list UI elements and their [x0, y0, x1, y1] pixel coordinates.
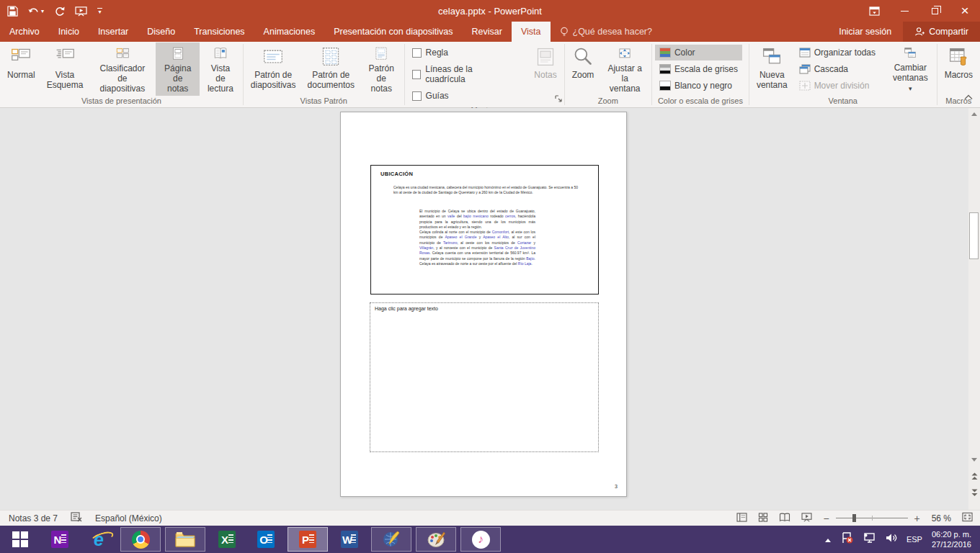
- fit-to-window-button[interactable]: Ajustar a la ventana: [600, 42, 650, 96]
- previous-slide-icon[interactable]: [968, 470, 980, 482]
- new-window-button[interactable]: Nueva ventana: [751, 42, 793, 96]
- globe-feather-app-taskbar-button[interactable]: [371, 527, 411, 552]
- redo-icon[interactable]: [54, 6, 65, 17]
- tab-revisar[interactable]: Revisar: [463, 22, 512, 42]
- scroll-up-icon[interactable]: [968, 108, 980, 120]
- tray-expand-icon[interactable]: [824, 533, 832, 546]
- gridlines-checkbox[interactable]: Líneas de la cuadrícula: [412, 64, 513, 84]
- chrome-icon: [132, 531, 150, 549]
- color-button[interactable]: Color: [655, 45, 742, 60]
- minimize-button[interactable]: [889, 0, 919, 22]
- start-slideshow-icon[interactable]: [75, 6, 87, 17]
- tab-presentacion[interactable]: Presentación con diapositivas: [324, 22, 462, 42]
- tab-transiciones[interactable]: Transiciones: [184, 22, 254, 42]
- fit-to-window-icon: [615, 47, 635, 60]
- notes-button: Notas: [528, 42, 562, 96]
- black-white-button[interactable]: Blanco y negro: [655, 78, 742, 94]
- reading-view-icon[interactable]: [779, 513, 790, 524]
- notes-placeholder[interactable]: Haga clic para agregar texto: [370, 302, 599, 452]
- zoom-in-icon[interactable]: +: [914, 513, 921, 524]
- undo-dropdown-icon[interactable]: ▾: [41, 8, 44, 14]
- group-master-views: Patrón de diapositivas Patrón de documen…: [244, 42, 404, 107]
- ribbon: Normal Vista Esquema Clasificador de dia…: [0, 42, 980, 108]
- slide-counter[interactable]: Notas 3 de 7: [9, 513, 58, 523]
- language-indicator[interactable]: Español (México): [95, 513, 162, 523]
- title-bar: ▾ ▾ celaya.pptx - PowerPoint ×: [0, 0, 980, 22]
- slideshow-view-icon[interactable]: [801, 513, 812, 524]
- ribbon-display-options-icon[interactable]: [859, 0, 889, 22]
- paint-taskbar-button[interactable]: [416, 527, 456, 552]
- tab-archivo[interactable]: Archivo: [0, 22, 49, 42]
- slide-sorter-button[interactable]: Clasificador de diapositivas: [89, 42, 156, 96]
- excel-taskbar-button[interactable]: X: [209, 526, 245, 553]
- zoom-slider-track[interactable]: [836, 518, 908, 518]
- scrollbar-thumb[interactable]: [969, 212, 979, 259]
- scroll-down-icon[interactable]: [968, 454, 980, 466]
- cascade-button[interactable]: Cascada: [795, 61, 880, 77]
- word-taskbar-button[interactable]: W: [331, 526, 368, 553]
- keyboard-language[interactable]: ESP: [906, 535, 922, 544]
- reading-view-button[interactable]: Vista de lectura: [200, 42, 241, 96]
- chrome-taskbar-button[interactable]: [120, 527, 161, 552]
- paint-icon: [427, 531, 446, 549]
- zoom-percentage[interactable]: 56 %: [932, 513, 951, 523]
- slide-thumbnail[interactable]: UBICACIÓN Celaya es una ciudad mexicana,…: [370, 165, 599, 295]
- vertical-scrollbar[interactable]: [968, 108, 980, 510]
- network-icon[interactable]: [863, 533, 876, 547]
- ruler-checkbox[interactable]: Regla: [412, 48, 513, 58]
- outlook-taskbar-button[interactable]: O: [248, 526, 284, 553]
- sign-in-button[interactable]: Iniciar sesión: [827, 27, 903, 37]
- notes-master-button[interactable]: Patrón de notas: [360, 42, 403, 96]
- arrange-all-button[interactable]: Organizar todas: [795, 45, 880, 60]
- clock[interactable]: 06:20 p. m. 27/12/2016: [932, 529, 971, 549]
- zoom-button[interactable]: Zoom: [566, 42, 600, 96]
- outline-view-button[interactable]: Vista Esquema: [41, 42, 89, 96]
- group-label: Color o escala de grises: [654, 96, 747, 107]
- slide-master-button[interactable]: Patrón de diapositivas: [245, 42, 302, 96]
- tab-diseno[interactable]: Diseño: [138, 22, 184, 42]
- next-slide-icon[interactable]: [968, 487, 980, 499]
- save-icon[interactable]: [7, 6, 18, 17]
- onenote-taskbar-button[interactable]: N: [42, 526, 78, 553]
- show-dialog-launcher-icon[interactable]: [555, 92, 562, 105]
- tell-me-box[interactable]: ¿Qué desea hacer?: [551, 22, 662, 42]
- fit-slide-to-window-icon[interactable]: [962, 512, 973, 524]
- slide-title: UBICACIÓN: [380, 171, 413, 177]
- collapse-ribbon-icon[interactable]: [964, 90, 973, 103]
- undo-icon[interactable]: ▾: [28, 6, 44, 16]
- grayscale-button[interactable]: Escala de grises: [655, 61, 742, 77]
- spellcheck-icon[interactable]: [71, 512, 82, 524]
- zoom-slider-thumb[interactable]: [852, 514, 856, 522]
- internet-explorer-taskbar-button[interactable]: e: [81, 526, 117, 553]
- share-button[interactable]: Compartir: [903, 22, 980, 42]
- powerpoint-taskbar-button[interactable]: P: [288, 527, 328, 552]
- outline-view-icon: [55, 47, 75, 67]
- tab-animaciones[interactable]: Animaciones: [254, 22, 325, 42]
- zoom-out-icon[interactable]: −: [823, 513, 830, 524]
- handout-master-button[interactable]: Patrón de documentos: [302, 42, 360, 96]
- tab-inicio[interactable]: Inicio: [49, 22, 89, 42]
- itunes-taskbar-button[interactable]: ♪: [460, 527, 501, 552]
- group-presentation-views: Normal Vista Esquema Clasificador de dia…: [0, 42, 243, 107]
- file-explorer-taskbar-button[interactable]: [165, 527, 205, 552]
- slide-sorter-view-icon[interactable]: [758, 513, 768, 524]
- customize-qat-icon[interactable]: ▾: [97, 8, 102, 14]
- notes-page-button[interactable]: Página de notas: [156, 42, 200, 96]
- start-button[interactable]: [0, 526, 40, 553]
- notes-page[interactable]: UBICACIÓN Celaya es una ciudad mexicana,…: [340, 112, 627, 497]
- slide-paragraph: El municipio de Celaya se ubica dentro d…: [419, 209, 535, 230]
- windows-logo-icon: [12, 531, 28, 547]
- normal-view-button[interactable]: Normal: [1, 42, 41, 96]
- volume-icon[interactable]: [886, 533, 897, 546]
- switch-windows-button[interactable]: Cambiar ventanas ▾: [886, 42, 935, 96]
- guides-checkbox[interactable]: Guías: [412, 91, 513, 101]
- restore-button[interactable]: [919, 0, 950, 22]
- macros-button[interactable]: Macros: [939, 42, 979, 96]
- tab-vista[interactable]: Vista: [512, 22, 551, 42]
- close-button[interactable]: ×: [950, 0, 980, 22]
- zoom-slider[interactable]: − +: [823, 513, 921, 524]
- normal-view-icon[interactable]: [736, 513, 747, 524]
- slide-hyperlink: Villagrán: [419, 246, 433, 250]
- tab-insertar[interactable]: Insertar: [89, 22, 138, 42]
- action-center-icon[interactable]: [841, 532, 854, 547]
